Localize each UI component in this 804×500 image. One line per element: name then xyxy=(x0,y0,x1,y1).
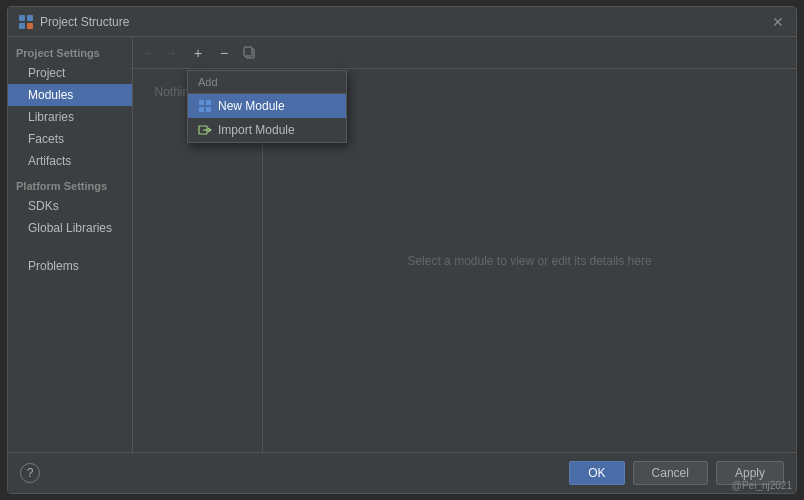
add-button-container: + Add xyxy=(187,42,209,64)
sidebar-item-facets[interactable]: Facets xyxy=(8,128,132,150)
select-module-message: Select a module to view or edit its deta… xyxy=(407,254,651,268)
title-bar-left: Project Structure xyxy=(18,14,129,30)
toolbar: ← → + Add xyxy=(133,37,796,69)
nav-arrows: ← → xyxy=(141,43,179,62)
remove-button[interactable]: − xyxy=(213,42,235,64)
project-structure-dialog: Project Structure ✕ Project Settings Pro… xyxy=(7,6,797,494)
svg-rect-0 xyxy=(19,15,25,21)
dialog-title: Project Structure xyxy=(40,15,129,29)
svg-rect-11 xyxy=(244,47,252,56)
sidebar: Project Settings Project Modules Librari… xyxy=(8,37,133,452)
import-module-label: Import Module xyxy=(218,123,295,137)
footer: ? OK Cancel Apply xyxy=(8,452,796,493)
svg-rect-7 xyxy=(206,107,211,112)
cancel-button[interactable]: Cancel xyxy=(633,461,708,485)
new-module-label: New Module xyxy=(218,99,285,113)
svg-rect-5 xyxy=(206,100,211,105)
dropdown-header: Add xyxy=(188,71,346,94)
copy-button[interactable] xyxy=(239,42,261,64)
footer-left: ? xyxy=(20,463,40,483)
import-module-menu-item[interactable]: Import Module xyxy=(188,118,346,142)
import-module-icon xyxy=(198,123,212,137)
forward-arrow[interactable]: → xyxy=(162,43,179,62)
new-module-icon xyxy=(198,99,212,113)
apply-button[interactable]: Apply xyxy=(716,461,784,485)
svg-rect-2 xyxy=(19,23,25,29)
add-dropdown-menu: Add New Module xyxy=(187,70,347,143)
sidebar-item-libraries[interactable]: Libraries xyxy=(8,106,132,128)
add-button[interactable]: + xyxy=(187,42,209,64)
app-icon xyxy=(18,14,34,30)
platform-settings-label: Platform Settings xyxy=(8,172,132,195)
main-area: ← → + Add xyxy=(133,37,796,452)
svg-rect-6 xyxy=(199,107,204,112)
title-bar: Project Structure ✕ xyxy=(8,7,796,37)
new-module-menu-item[interactable]: New Module xyxy=(188,94,346,118)
sidebar-item-project[interactable]: Project xyxy=(8,62,132,84)
content-area: Project Settings Project Modules Librari… xyxy=(8,37,796,452)
sidebar-item-problems[interactable]: Problems xyxy=(8,255,132,277)
sidebar-item-modules[interactable]: Modules xyxy=(8,84,132,106)
sidebar-item-sdks[interactable]: SDKs xyxy=(8,195,132,217)
svg-rect-3 xyxy=(27,23,33,29)
svg-rect-1 xyxy=(27,15,33,21)
back-arrow[interactable]: ← xyxy=(141,43,158,62)
close-button[interactable]: ✕ xyxy=(770,15,786,29)
ok-button[interactable]: OK xyxy=(569,461,624,485)
sidebar-item-artifacts[interactable]: Artifacts xyxy=(8,150,132,172)
footer-right: OK Cancel Apply xyxy=(569,461,784,485)
help-button[interactable]: ? xyxy=(20,463,40,483)
project-settings-label: Project Settings xyxy=(8,41,132,62)
sidebar-item-global-libraries[interactable]: Global Libraries xyxy=(8,217,132,239)
svg-rect-4 xyxy=(199,100,204,105)
